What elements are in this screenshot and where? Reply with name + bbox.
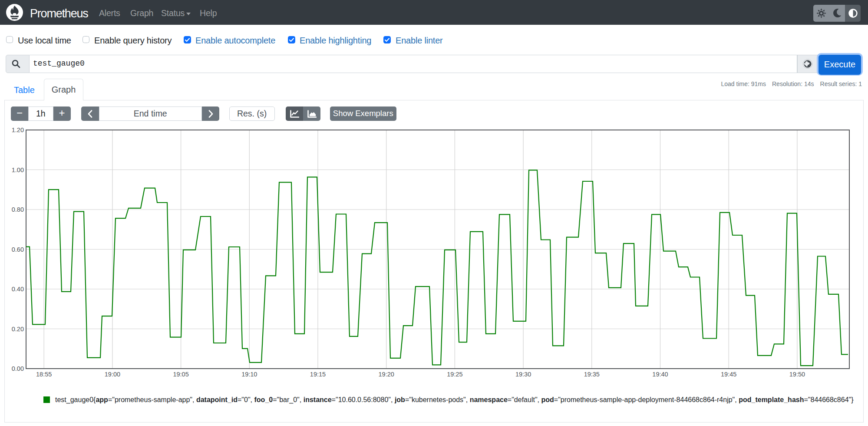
svg-text:19:10: 19:10 xyxy=(241,371,257,378)
svg-text:19:15: 19:15 xyxy=(310,371,326,378)
svg-text:19:30: 19:30 xyxy=(515,371,531,378)
svg-text:1.20: 1.20 xyxy=(12,126,24,133)
svg-text:18:55: 18:55 xyxy=(36,371,52,378)
svg-text:0.60: 0.60 xyxy=(12,246,24,253)
svg-text:19:20: 19:20 xyxy=(379,371,394,378)
svg-text:19:25: 19:25 xyxy=(447,371,462,378)
svg-text:19:35: 19:35 xyxy=(584,371,600,378)
svg-text:19:45: 19:45 xyxy=(721,371,736,378)
svg-text:19:40: 19:40 xyxy=(652,371,668,378)
svg-text:0.20: 0.20 xyxy=(12,326,24,333)
svg-text:19:00: 19:00 xyxy=(105,371,120,378)
svg-text:0.80: 0.80 xyxy=(12,206,24,213)
svg-text:0.00: 0.00 xyxy=(12,365,24,372)
svg-text:19:05: 19:05 xyxy=(173,371,188,378)
svg-text:1.00: 1.00 xyxy=(12,166,24,173)
svg-text:19:50: 19:50 xyxy=(789,371,805,378)
svg-text:0.40: 0.40 xyxy=(12,286,24,293)
